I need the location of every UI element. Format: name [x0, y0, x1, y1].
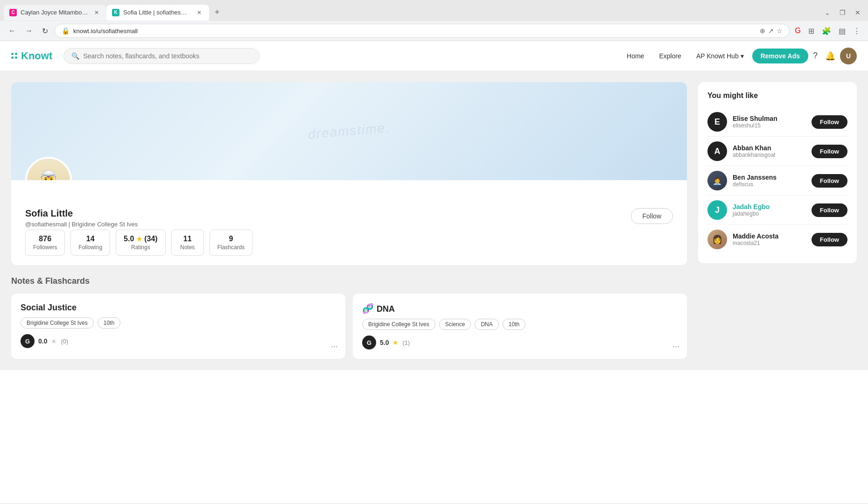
stat-followers[interactable]: 876 Followers [25, 230, 65, 256]
sidebar-toggle[interactable]: ▤ [837, 25, 847, 37]
banner-watermark: dreamstime. [308, 120, 391, 142]
info-elise: Elise Shulman eliseshul15 [733, 115, 806, 129]
name-jadah: Jadah Egbo [733, 203, 806, 210]
filled-star-2: ★ [392, 339, 399, 346]
profile-card: 🧝‍♀️ dreamstime. Sofia Little @sofiathes… [11, 82, 687, 265]
suggested-user-jadah: J Jadah Egbo jadahegbo Follow [707, 196, 847, 225]
refresh-button[interactable]: ↻ [39, 25, 51, 37]
tab-close-1[interactable]: ✕ [92, 8, 101, 17]
back-button[interactable]: ← [6, 25, 19, 37]
handle-ben: defiscus [733, 181, 806, 188]
logo[interactable]: Knowt [11, 50, 52, 62]
card-menu-1[interactable]: ··· [331, 342, 338, 351]
stat-notes[interactable]: 11 Notes [171, 230, 204, 256]
browser-chrome: C Caylan Joyce Mitambo | cjmitar... ✕ K … [0, 0, 868, 41]
section-title: Notes & Flashcards [11, 276, 687, 286]
profile-follow-button[interactable]: Follow [631, 208, 673, 224]
tab-bar: C Caylan Joyce Mitambo | cjmitar... ✕ K … [0, 0, 868, 21]
search-input[interactable] [83, 52, 252, 60]
suggested-user-abban: A Abban Khan abbankhanisgoat Follow [707, 137, 847, 166]
card-title-1: Social Justice [21, 303, 336, 313]
user-avatar[interactable]: U [840, 48, 857, 64]
browser-menu[interactable]: ⋮ [851, 25, 862, 37]
bookmark-icon[interactable]: ☆ [777, 27, 783, 35]
share-icon[interactable]: ↗ [768, 27, 774, 35]
help-icon[interactable]: ? [810, 48, 820, 63]
info-ben: Ben Janssens defiscus [733, 174, 806, 188]
tab-title-1: Caylan Joyce Mitambo | cjmitar... [21, 9, 89, 16]
new-tab-button[interactable]: + [209, 4, 225, 21]
stat-following[interactable]: 14 Following [70, 230, 110, 256]
card-title-2: 🧬DNA [362, 303, 678, 314]
logo-icon [11, 53, 17, 59]
profile-header-row: Sofia Little @sofiathesmall | Brigidine … [11, 208, 687, 228]
stat-flashcards[interactable]: 9 Flashcards [210, 230, 253, 256]
tab-minimize[interactable]: ⌄ [821, 7, 834, 18]
tab-close-window[interactable]: ✕ [851, 7, 864, 18]
ratings-label: Ratings [124, 244, 158, 251]
profile-avatar: 🧝‍♀️ [25, 157, 72, 180]
avatar-elise: E [707, 112, 727, 132]
rating-count-1: (0) [61, 338, 68, 345]
tab-restore[interactable]: ❐ [836, 7, 849, 18]
puzzle-icon[interactable]: 🧩 [820, 25, 833, 37]
search-bar[interactable]: 🔍 [63, 48, 259, 64]
follow-button-abban[interactable]: Follow [812, 145, 847, 158]
tab-inactive[interactable]: C Caylan Joyce Mitambo | cjmitar... ✕ [4, 5, 106, 21]
follow-button-elise[interactable]: Follow [812, 115, 847, 129]
nav-links: Home Explore AP Knowt Hub ▾ Remove Ads ?… [620, 48, 857, 64]
meta-separator: | [69, 221, 72, 228]
tab-close-2[interactable]: ✕ [195, 8, 203, 17]
translate-icon[interactable]: ⊕ [760, 27, 765, 35]
content-card-social-justice: Social Justice Brigidine College St Ives… [11, 294, 345, 359]
url-input[interactable] [73, 28, 756, 35]
forward-button[interactable]: → [22, 25, 35, 37]
remove-ads-button[interactable]: Remove Ads [752, 49, 808, 63]
rating-value-2: 5.0 [380, 339, 389, 346]
followers-label: Followers [33, 244, 57, 251]
chevron-down-icon: ▾ [741, 52, 744, 60]
rating-value-1: 0.0 [38, 337, 47, 345]
app: Knowt 🔍 Home Explore AP Knowt Hub ▾ Remo… [0, 41, 868, 503]
cards-grid: Social Justice Brigidine College St Ives… [11, 294, 687, 359]
address-bar[interactable]: 🔒 ⊕ ↗ ☆ [55, 24, 790, 38]
card-avatar-2: G [362, 336, 376, 350]
you-might-like-card: You might like E Elise Shulman eliseshul… [698, 82, 857, 263]
tag-dna-2: DNA [475, 319, 498, 330]
following-value: 14 [78, 235, 102, 243]
nav-ap-hub[interactable]: AP Knowt Hub ▾ [690, 49, 750, 63]
notes-label: Notes [179, 244, 196, 251]
profile-name: Sofia Little [25, 208, 138, 219]
profile-text: Sofia Little @sofiathesmall | Brigidine … [25, 208, 138, 228]
nav-home[interactable]: Home [620, 49, 651, 63]
handle-jadah: jadahegbo [733, 210, 806, 217]
profile-stats: 876 Followers 14 Following 5.0 ★ (34) Ra… [11, 230, 687, 265]
handle-abban: abbankhanisgoat [733, 152, 806, 158]
info-jadah: Jadah Egbo jadahegbo [733, 203, 806, 217]
search-icon: 🔍 [71, 52, 79, 60]
notification-icon[interactable]: 🔔 [822, 48, 838, 64]
follow-button-ben[interactable]: Follow [812, 174, 847, 188]
grammarly-icon[interactable]: G [793, 25, 803, 37]
stat-ratings[interactable]: 5.0 ★ (34) Ratings [116, 230, 166, 256]
info-maddie: Maddie Acosta macosta21 [733, 232, 806, 246]
flashcards-label: Flashcards [217, 244, 245, 251]
follow-button-jadah[interactable]: Follow [812, 203, 847, 217]
tab-controls: ⌄ ❐ ✕ [821, 7, 864, 18]
logo-text: Knowt [21, 50, 52, 62]
avatar-ben: 🧑‍💼 [707, 171, 727, 190]
tab-title-2: Sofia Little | sofiathesmall | Know... [123, 9, 191, 16]
ratings-value: 5.0 ★ (34) [124, 235, 158, 243]
name-maddie: Maddie Acosta [733, 232, 806, 240]
handle-maddie: macosta21 [733, 240, 806, 246]
tab-active[interactable]: K Sofia Little | sofiathesmall | Know...… [106, 5, 209, 21]
profile-info-container: Sofia Little @sofiathesmall | Brigidine … [11, 208, 687, 265]
nav-explore[interactable]: Explore [652, 49, 687, 63]
followers-value: 876 [33, 235, 57, 243]
card-tags-1: Brigidine College St Ives 10th [21, 317, 336, 329]
name-ben: Ben Janssens [733, 174, 806, 181]
avatar-abban: A [707, 141, 727, 161]
extension-icon[interactable]: ⊞ [806, 25, 816, 37]
card-menu-2[interactable]: ··· [672, 342, 679, 351]
follow-button-maddie[interactable]: Follow [812, 233, 847, 246]
